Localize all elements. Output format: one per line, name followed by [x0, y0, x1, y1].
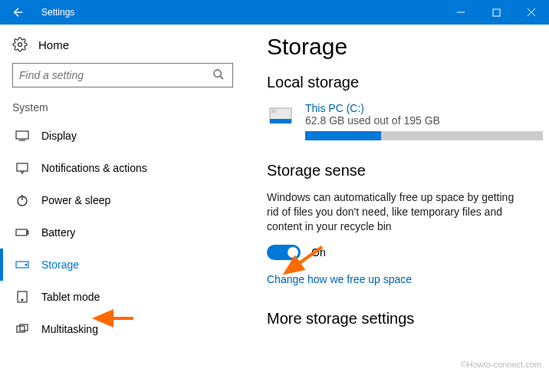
disk-usage-text: 62.8 GB used out of 195 GB — [305, 114, 543, 127]
maximize-icon — [492, 8, 501, 17]
display-icon — [15, 129, 29, 143]
storage-icon — [15, 258, 29, 272]
nav-label: Display — [41, 130, 77, 142]
nav-label: Notifications & actions — [41, 162, 147, 174]
sidebar-category: System — [6, 101, 239, 120]
sidebar-item-battery[interactable]: Battery — [6, 216, 239, 249]
sidebar-item-storage[interactable]: Storage — [6, 249, 239, 281]
minimize-icon — [456, 8, 465, 17]
svg-point-17 — [21, 299, 23, 301]
gear-icon — [12, 37, 28, 52]
window-title: Settings — [37, 7, 443, 18]
sidebar-item-notifications[interactable]: Notifications & actions — [6, 152, 239, 184]
storage-sense-toggle[interactable] — [267, 245, 301, 260]
storage-sense-description: Windows can automatically free up space … — [267, 190, 528, 234]
change-free-up-space-link[interactable]: Change how we free up space — [267, 273, 412, 285]
toggle-knob — [288, 247, 298, 258]
battery-icon — [15, 226, 29, 239]
tablet-icon — [15, 290, 29, 304]
disk-usage-bar — [305, 131, 543, 140]
sidebar: Home System Display Notifications & acti… — [0, 25, 245, 392]
nav-label: Power & sleep — [41, 194, 110, 206]
arrow-left-icon — [12, 5, 25, 19]
nav-label: Battery — [41, 226, 75, 239]
svg-point-15 — [25, 264, 27, 265]
content-pane: Storage Local storage This PC (C:) 62.8 … — [245, 25, 549, 392]
storage-sense-heading: Storage sense — [267, 162, 535, 180]
svg-rect-9 — [17, 163, 28, 171]
sidebar-item-display[interactable]: Display — [6, 120, 239, 152]
search-box[interactable] — [12, 63, 233, 87]
nav-label: Multitasking — [41, 323, 98, 335]
svg-rect-19 — [20, 324, 28, 331]
svg-rect-22 — [270, 119, 291, 124]
svg-line-6 — [220, 76, 223, 79]
search-input[interactable] — [19, 69, 212, 81]
local-storage-heading: Local storage — [267, 74, 535, 91]
disk-icon — [267, 102, 294, 130]
maximize-button[interactable] — [478, 0, 514, 25]
minimize-button[interactable] — [443, 0, 478, 25]
home-label: Home — [38, 38, 69, 51]
more-storage-heading: More storage settings — [267, 310, 535, 328]
close-icon — [527, 8, 536, 17]
svg-rect-18 — [17, 326, 25, 332]
multitasking-icon — [15, 322, 29, 336]
svg-rect-12 — [16, 229, 27, 236]
page-title: Storage — [267, 34, 535, 60]
svg-rect-7 — [16, 131, 28, 139]
sidebar-item-multitasking[interactable]: Multitasking — [6, 313, 239, 345]
disk-row[interactable]: This PC (C:) 62.8 GB used out of 195 GB — [267, 102, 535, 140]
nav-label: Storage — [41, 259, 79, 271]
power-icon — [15, 193, 29, 207]
notifications-icon — [15, 161, 29, 175]
window-controls — [443, 0, 549, 25]
titlebar: Settings — [0, 0, 549, 25]
sidebar-item-tablet[interactable]: Tablet mode — [6, 281, 239, 313]
search-icon — [212, 68, 226, 82]
watermark: ©Howto-connect.com — [461, 360, 541, 369]
back-button[interactable] — [0, 0, 37, 25]
svg-point-5 — [214, 70, 221, 77]
nav-label: Tablet mode — [41, 291, 100, 303]
home-button[interactable]: Home — [6, 32, 239, 63]
disk-usage-fill — [305, 131, 381, 140]
svg-rect-1 — [493, 9, 500, 16]
disk-name[interactable]: This PC (C:) — [305, 102, 543, 114]
close-button[interactable] — [514, 0, 549, 25]
svg-rect-23 — [271, 110, 276, 113]
sidebar-item-power[interactable]: Power & sleep — [6, 184, 239, 216]
svg-point-4 — [18, 43, 22, 47]
toggle-state-label: On — [311, 246, 326, 259]
svg-rect-13 — [27, 231, 28, 234]
